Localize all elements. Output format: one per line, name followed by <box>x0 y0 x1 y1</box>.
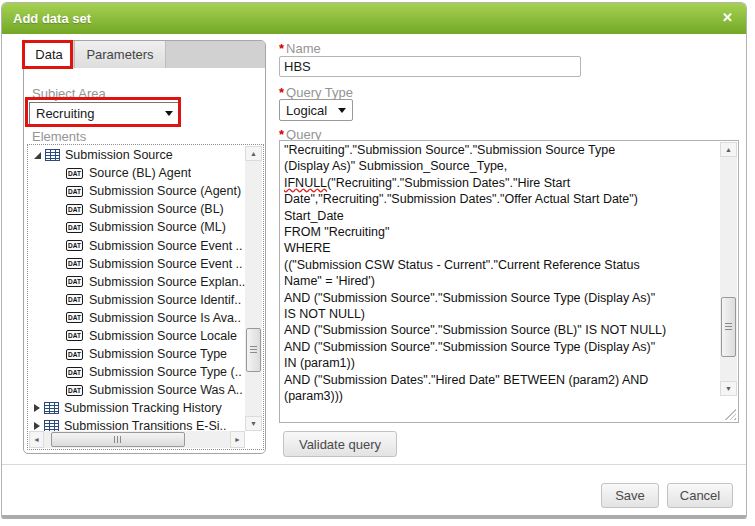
scroll-down-icon[interactable]: ▼ <box>245 416 262 431</box>
tree-item-label: Submission Source Explan.. <box>89 275 245 289</box>
tree-item[interactable]: DATSubmission Source Type <box>29 345 245 363</box>
tab-data[interactable]: Data <box>25 41 73 68</box>
query-vertical-scrollbar[interactable]: ▲ ▼ <box>720 142 737 396</box>
resize-grip-icon[interactable] <box>725 409 736 420</box>
elements-tree: Submission SourceDATSource (BL) AgentDAT… <box>29 146 245 431</box>
dat-icon: DAT <box>66 349 83 360</box>
name-label: *Name <box>279 41 321 56</box>
add-data-set-dialog: Add data set ✕ Data Parameters Subject A… <box>1 2 747 519</box>
dat-icon: DAT <box>66 367 83 378</box>
dat-icon: DAT <box>66 222 83 233</box>
tree-item-label: Submission Source Type <box>89 347 227 361</box>
tree-item[interactable]: DATSource (BL) Agent <box>29 164 245 182</box>
tree-item-label: Submission Source Identif.. <box>89 293 241 307</box>
name-input[interactable] <box>279 56 581 77</box>
tree-item-label: Submission Source (ML) <box>89 220 226 234</box>
dat-icon: DAT <box>66 258 83 269</box>
tree-item-label: Submission Source <box>65 148 173 162</box>
expander-collapsed-icon[interactable] <box>34 404 40 412</box>
left-panel: Data Parameters Subject Area Recruiting … <box>23 40 266 454</box>
tree-item[interactable]: DATSubmission Source Is Ava.. <box>29 309 245 327</box>
scroll-right-icon[interactable]: ► <box>230 431 245 448</box>
elements-vertical-scrollbar[interactable]: ▲ ▼ <box>245 146 262 431</box>
validate-query-button[interactable]: Validate query <box>283 431 397 457</box>
elements-vscroll-thumb[interactable] <box>246 328 261 372</box>
tree-item-label: Submission Source (BL) <box>89 202 224 216</box>
close-icon[interactable]: ✕ <box>722 10 733 26</box>
tab-parameters[interactable]: Parameters <box>74 41 166 68</box>
save-button[interactable]: Save <box>601 483 659 508</box>
subject-area-value: Recruiting <box>36 106 95 121</box>
expander-expanded-icon[interactable] <box>34 152 41 159</box>
tree-item[interactable]: DATSubmission Source Type (.. <box>29 363 245 381</box>
tree-item-label: Submission Source Event .. <box>89 257 243 271</box>
query-textarea[interactable]: "Recruiting"."Submission Source"."Submis… <box>279 140 739 423</box>
chevron-down-icon <box>165 111 173 116</box>
tree-item[interactable]: DATSubmission Source Explan.. <box>29 273 245 291</box>
tree-item[interactable]: DATSubmission Source Identif.. <box>29 291 245 309</box>
dat-icon: DAT <box>66 330 83 341</box>
dat-icon: DAT <box>66 294 83 305</box>
dat-icon: DAT <box>66 240 83 251</box>
subject-area-dropdown[interactable]: Recruiting <box>29 102 180 125</box>
table-icon <box>44 420 59 431</box>
table-icon <box>44 402 59 414</box>
scroll-left-icon[interactable]: ◄ <box>29 431 44 448</box>
elements-label: Elements <box>32 129 86 144</box>
tree-item-label: Source (BL) Agent <box>89 166 191 180</box>
dat-icon: DAT <box>66 312 83 323</box>
chevron-down-icon <box>338 108 346 113</box>
query-vscroll-thumb[interactable] <box>721 297 736 357</box>
scroll-up-icon[interactable]: ▲ <box>720 142 737 157</box>
footer-divider <box>2 464 746 465</box>
dat-icon: DAT <box>66 204 83 215</box>
tree-item[interactable]: DATSubmission Source (BL) <box>29 200 245 218</box>
table-icon <box>45 149 60 161</box>
dat-icon: DAT <box>66 186 83 197</box>
elements-hscroll-thumb[interactable] <box>51 432 185 447</box>
query-text: "Recruiting"."Submission Source"."Submis… <box>284 142 717 408</box>
dat-icon: DAT <box>66 276 83 287</box>
tree-item[interactable]: DATSubmission Source Event .. <box>29 236 245 254</box>
tree-item[interactable]: DATSubmission Source (ML) <box>29 218 245 236</box>
tree-item-label: Submission Source Type (.. <box>89 365 242 379</box>
elements-listbox: Submission SourceDATSource (BL) AgentDAT… <box>27 144 264 450</box>
scroll-up-icon[interactable]: ▲ <box>245 146 262 161</box>
tree-item-label: Submission Transitions E-Si.. <box>64 419 227 431</box>
tree-item[interactable]: Submission Source <box>29 146 245 164</box>
tree-item[interactable]: DATSubmission Source Was A.. <box>29 381 245 399</box>
tree-item-label: Submission Source Was A.. <box>89 383 243 397</box>
elements-horizontal-scrollbar[interactable]: ◄ ► <box>29 431 245 448</box>
tree-item-label: Submission Source (Agent) <box>89 184 241 198</box>
dat-icon: DAT <box>66 385 83 396</box>
dialog-title: Add data set <box>13 3 91 34</box>
dialog-titlebar: Add data set ✕ <box>2 3 746 34</box>
tree-item[interactable]: Submission Tracking History <box>29 399 245 417</box>
tree-item[interactable]: DATSubmission Source Event .. <box>29 255 245 273</box>
cancel-button[interactable]: Cancel <box>667 483 733 508</box>
query-type-dropdown[interactable]: Logical <box>279 99 353 121</box>
query-type-label: *Query Type <box>279 85 353 100</box>
expander-collapsed-icon[interactable] <box>34 422 40 430</box>
required-marker: * <box>279 85 284 100</box>
tree-item[interactable]: Submission Transitions E-Si.. <box>29 417 245 431</box>
dat-icon: DAT <box>66 168 83 179</box>
subject-area-label: Subject Area <box>32 86 106 101</box>
tree-item-label: Submission Source Locale <box>89 329 237 343</box>
tab-strip: Data Parameters <box>24 41 265 68</box>
query-type-value: Logical <box>286 103 327 118</box>
required-marker: * <box>279 41 284 56</box>
tree-item-label: Submission Tracking History <box>64 401 222 415</box>
tree-item[interactable]: DATSubmission Source (Agent) <box>29 182 245 200</box>
tree-item[interactable]: DATSubmission Source Locale <box>29 327 245 345</box>
scroll-down-icon[interactable]: ▼ <box>720 381 737 396</box>
tree-item-label: Submission Source Event .. <box>89 239 243 253</box>
tree-item-label: Submission Source Is Ava.. <box>89 311 241 325</box>
